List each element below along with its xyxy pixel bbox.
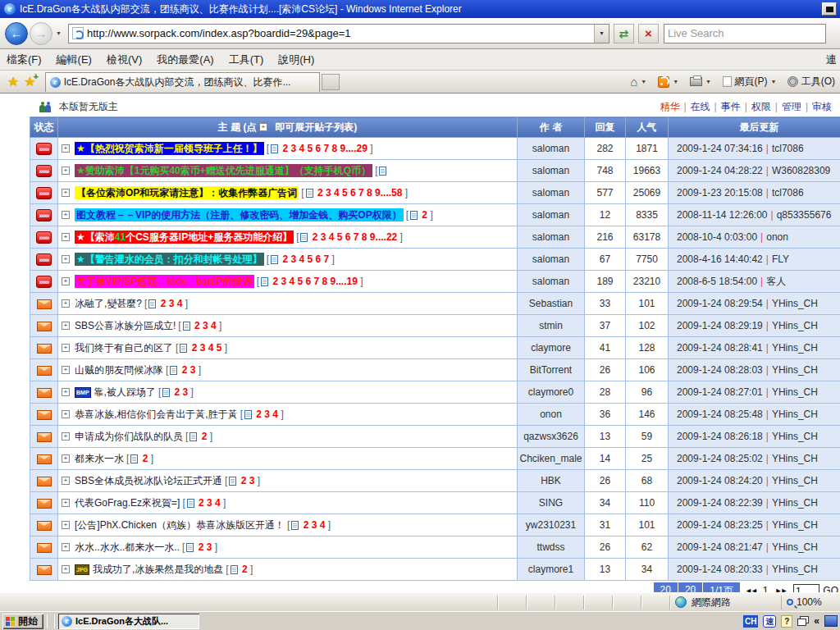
last-poster[interactable]: onon [766, 231, 788, 243]
start-button[interactable]: 開始 [2, 614, 43, 629]
expand-icon[interactable]: + [62, 477, 70, 485]
last-poster[interactable]: W360828309 [772, 165, 830, 176]
menu-item-5[interactable]: 說明(H) [278, 53, 314, 66]
last-poster[interactable]: YHins_CH [772, 409, 818, 420]
thread-page-links[interactable]: [ 2 3 4 5 6 7 8 9....22 ] [296, 231, 403, 243]
address-dropdown-button[interactable]: ▼ [594, 25, 609, 43]
thread-author[interactable]: HBK [518, 470, 585, 492]
thread-title-link[interactable]: ★赞助索沛【1元购买40索币+赠送优先进服通道】（支持手机Q币） [75, 164, 372, 177]
thread-title-link[interactable]: [公告]PhX.Chicken（鸡族）恭喜冰族版区开通！ [75, 519, 285, 531]
page-number-input[interactable] [793, 584, 819, 592]
board-link-3[interactable]: 权限 [751, 100, 771, 114]
expand-icon[interactable]: + [62, 410, 70, 418]
thread-page-links[interactable]: [ 2 ] [185, 431, 212, 442]
last-poster[interactable]: tcl7086 [772, 143, 804, 154]
expand-icon[interactable]: + [62, 543, 70, 551]
expand-icon[interactable]: + [62, 299, 70, 308]
expand-icon[interactable]: + [62, 144, 70, 153]
thread-title-link[interactable]: 都来水一水 [75, 453, 124, 464]
last-poster[interactable]: 客人 [766, 276, 786, 287]
ime-mode-icon[interactable]: 速 [763, 615, 776, 628]
search-input[interactable] [668, 27, 822, 39]
thread-page-links[interactable]: [ 2 3 4 ] [144, 298, 188, 309]
refresh-button[interactable]: ⇄ [614, 24, 634, 43]
thread-author[interactable]: ttwdss [518, 536, 585, 559]
stop-button[interactable]: × [638, 24, 659, 43]
thread-page-links[interactable]: [ 2 3 ] [225, 475, 260, 486]
thread-title-link[interactable]: 【各位索沛OP和玩家请注意】：收集作弊器广告词 [75, 186, 299, 199]
thread-author[interactable]: saloman [518, 182, 585, 204]
last-poster[interactable]: YHins_CH [772, 431, 818, 442]
last-poster[interactable]: YHins_CH [772, 541, 818, 553]
last-poster[interactable]: q853355676 [777, 209, 832, 221]
thread-author[interactable]: claymore1 [518, 559, 585, 581]
menu-item-4[interactable]: 工具(T) [229, 53, 264, 66]
expand-icon[interactable]: + [62, 277, 70, 285]
thread-page-links[interactable]: [ 2 ] [406, 209, 433, 221]
thread-author[interactable]: qazwsx3626 [518, 426, 585, 448]
board-link-2[interactable]: 事件 [721, 100, 741, 114]
menu-item-1[interactable]: 編輯(E) [57, 53, 92, 66]
minimize-button[interactable] [822, 2, 837, 16]
thread-title-link[interactable]: 冰融了,變甚麼? [75, 298, 142, 309]
last-poster[interactable]: YHins_CH [772, 386, 818, 398]
thread-author[interactable]: saloman [518, 226, 585, 249]
thread-title-link[interactable]: ★【索沛41个CS服务器IP地址+服务器功能介绍】 [75, 231, 294, 244]
last-poster[interactable]: YHins_CH [772, 519, 818, 531]
thread-author[interactable]: yw2310231 [518, 514, 585, 536]
tab-active[interactable]: e IcE.DraGon各大战队内部交流，团练商议、比赛作... [45, 72, 320, 92]
thread-title-link[interactable]: 山贼的朋友問候冰隊 [75, 364, 163, 376]
thread-page-links[interactable]: [ 2 3 ] [182, 541, 217, 553]
thread-author[interactable]: claymore [518, 337, 585, 359]
thread-author[interactable]: claymore0 [518, 381, 585, 404]
thread-page-links[interactable]: [ 2 3 4 ] [182, 497, 226, 509]
thread-title-link[interactable]: 靠,被人踩场了 [94, 386, 156, 398]
board-link-0[interactable]: 精华 [660, 100, 679, 114]
expand-icon[interactable]: + [62, 366, 70, 374]
address-bar[interactable]: ▼ [68, 24, 609, 43]
ime-toolbar-icon[interactable] [797, 616, 809, 626]
thread-title-link[interactable]: SBS全体成员祝冰队论坛正式开通 [75, 475, 222, 486]
board-link-1[interactable]: 在线 [691, 100, 710, 114]
tools-menu-button[interactable]: 工具(O) [788, 75, 835, 89]
thread-page-links[interactable]: [ 2 ] [226, 564, 253, 575]
thread-author[interactable]: BitTorrent [518, 359, 585, 381]
board-link-4[interactable]: 管理 [782, 100, 801, 114]
add-favorite-icon[interactable]: ★ [24, 74, 35, 89]
last-poster[interactable]: tcl7086 [772, 187, 804, 199]
thread-title-link[interactable]: 代表GoFrag.Ez來祝賀=] [75, 497, 180, 509]
board-link-5[interactable]: 审核 [812, 100, 832, 114]
last-poster[interactable]: YHins_CH [772, 475, 818, 486]
thread-author[interactable]: saloman [518, 249, 585, 271]
expand-icon[interactable]: + [62, 233, 70, 241]
thread-author[interactable]: saloman [518, 271, 585, 293]
expand-icon[interactable]: + [62, 189, 70, 197]
tray-collapse-chevron[interactable]: « [814, 615, 819, 627]
thread-author[interactable]: onon [518, 404, 585, 426]
thread-page-links[interactable]: [ 2 3 4 5 6 7 8 9....58 ] [301, 187, 408, 199]
forward-button[interactable]: → [30, 22, 52, 45]
history-dropdown-icon[interactable]: ▼ [56, 30, 62, 36]
thread-author[interactable]: stmin [518, 315, 585, 337]
expand-icon[interactable]: + [62, 167, 70, 175]
thread-title-link[interactable]: SBS公喜冰族分區成立! [75, 320, 176, 331]
thread-page-links[interactable]: [ 2 3 4 5 ] [176, 342, 227, 354]
back-button[interactable]: ← [5, 22, 28, 45]
address-input[interactable] [87, 27, 594, 39]
expand-icon[interactable]: + [62, 565, 70, 573]
thread-title-link[interactable]: 图文教程－－VIP的使用方法（注册、修改密码、增加金钱、购买OP权限） [75, 208, 404, 221]
expand-icon[interactable]: + [62, 499, 70, 507]
expand-icon[interactable]: + [62, 211, 70, 219]
expand-icon[interactable]: + [62, 454, 70, 463]
thread-author[interactable]: saloman [518, 160, 585, 182]
menu-item-3[interactable]: 我的最愛(A) [157, 53, 213, 66]
taskbar-window-button[interactable]: e IcE.DraGon各大战队... [58, 614, 199, 629]
thread-author[interactable]: Chciken_male [518, 448, 585, 470]
go-button[interactable]: GO [823, 585, 838, 592]
expand-icon[interactable]: + [62, 432, 70, 441]
ime-help-icon[interactable]: ? [781, 615, 792, 628]
new-tab-button[interactable] [322, 74, 340, 90]
last-page-icon[interactable]: ►► [775, 587, 787, 592]
thread-author[interactable]: Sebastian [518, 293, 585, 315]
expand-icon[interactable]: + [62, 255, 70, 263]
